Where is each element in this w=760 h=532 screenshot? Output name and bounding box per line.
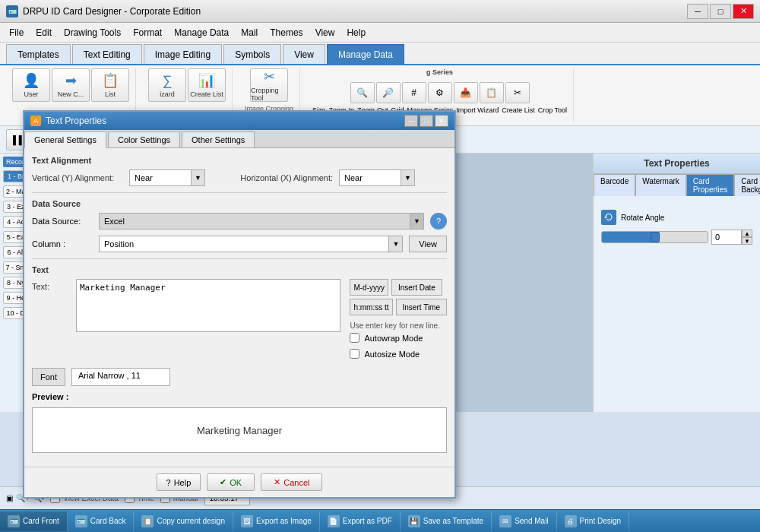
ok-check-icon: ✔ <box>220 477 226 487</box>
app-title: DRPU ID Card Designer - Corporate Editio… <box>23 6 201 17</box>
autowrap-row: Autowrap Mode <box>350 333 447 343</box>
manage-series-icon: ⚙ <box>435 87 444 98</box>
cancel-x-icon: ✕ <box>274 477 280 487</box>
horizontal-alignment-select[interactable]: Near ▼ <box>339 169 415 186</box>
taskbar-card-front[interactable]: 🪪 Card Front <box>0 511 68 531</box>
restore-btn[interactable]: □ <box>710 4 731 19</box>
datasource-label: Data Source: <box>32 217 93 226</box>
tab-general-settings[interactable]: General Settings <box>24 131 106 148</box>
taskbar-export-pdf[interactable]: 📄 Export as PDF <box>320 511 401 531</box>
preview-label: Preview : <box>32 392 447 401</box>
view-btn[interactable]: View <box>409 236 447 252</box>
taskbar-print-design[interactable]: 🖨 Print Design <box>557 511 629 531</box>
btn-create-list2[interactable]: 📋 <box>480 82 504 103</box>
preview-text: Marketing Manager <box>197 425 282 436</box>
insert-time-btn[interactable]: Insert Time <box>396 299 447 315</box>
right-panel-tabs: Barcode Watermark Card Properties Card B… <box>594 174 760 196</box>
menu-edit[interactable]: Edit <box>30 24 58 41</box>
date-row: M-d-yyyy Insert Date <box>350 279 447 296</box>
menu-manage-data[interactable]: Manage Data <box>168 24 235 41</box>
insert-date-btn[interactable]: Insert Date <box>391 279 442 296</box>
btn-list[interactable]: 📋 List <box>91 68 129 102</box>
card-back-icon: 🪪 <box>75 515 87 527</box>
dialog-cancel-btn[interactable]: ✕ Cancel <box>261 473 322 491</box>
vertical-alignment-select[interactable]: Near ▼ <box>129 169 205 186</box>
rotate-spin: ▲ ▼ <box>742 230 752 245</box>
dialog-ok-btn[interactable]: ✔ OK <box>207 473 255 491</box>
export-pdf-icon: 📄 <box>328 515 340 527</box>
rp-tab-card-background[interactable]: Card Background <box>734 174 760 196</box>
btn-new-card[interactable]: ➡ New C... <box>52 68 90 102</box>
menu-help[interactable]: Help <box>340 24 372 41</box>
btn-import-wizard[interactable]: 📥 <box>454 82 478 103</box>
minimize-btn[interactable]: ─ <box>687 4 708 19</box>
btn-create-list[interactable]: 📊 Create List <box>188 68 226 102</box>
btn-wizard[interactable]: ∑ izard <box>148 68 186 102</box>
datasource-select[interactable]: Excel ▼ <box>99 213 424 230</box>
vertical-alignment-value: Near <box>130 172 191 184</box>
menu-themes[interactable]: Themes <box>264 24 309 41</box>
tab-symbols[interactable]: Symbols <box>223 44 281 64</box>
column-dropdown[interactable]: Position ▼ <box>99 236 403 252</box>
taskbar-card-back[interactable]: 🪪 Card Back <box>68 511 135 531</box>
tab-image-editing[interactable]: Image Editing <box>144 44 222 64</box>
rotate-controls: Rotate Angle <box>601 210 752 225</box>
rotate-up[interactable]: ▲ <box>742 230 752 237</box>
tab-color-settings[interactable]: Color Settings <box>108 131 180 147</box>
rotate-value[interactable]: 0 <box>711 230 742 245</box>
btn-crop-tool[interactable]: ✂ <box>505 82 530 103</box>
btn-manage-series[interactable]: ⚙ <box>428 82 452 103</box>
horizontal-alignment-arrow[interactable]: ▼ <box>401 170 414 185</box>
vertical-alignment-row: Vertical (Y) Alignment: Near ▼ Horizonta… <box>32 169 447 186</box>
time-row: h:mm:ss tt Insert Time <box>350 299 447 315</box>
rp-tab-card-properties[interactable]: Card Properties <box>686 174 735 196</box>
menu-view[interactable]: View <box>309 24 341 41</box>
menu-mail[interactable]: Mail <box>235 24 264 41</box>
datasource-help-btn[interactable]: ? <box>430 213 447 230</box>
text-row: Text: Marketing Manager M-d-yyyy Insert … <box>32 279 447 362</box>
column-arrow[interactable]: ▼ <box>388 236 402 252</box>
btn-user[interactable]: 👤 User <box>12 68 50 102</box>
menu-file[interactable]: File <box>3 24 30 41</box>
menu-format[interactable]: Format <box>127 24 168 41</box>
rotate-slider[interactable] <box>601 231 708 243</box>
menu-drawing-tools[interactable]: Drawing Tools <box>58 24 127 41</box>
btn-cropping-tool[interactable]: ✂ Cropping Tool <box>250 68 288 102</box>
taskbar-copy-design[interactable]: 📋 Copy current design <box>134 511 233 531</box>
taskbar-save-template[interactable]: 💾 Save as Template <box>401 511 492 531</box>
tab-manage-data[interactable]: Manage Data <box>327 44 404 64</box>
close-btn[interactable]: ✕ <box>733 4 754 19</box>
text-input[interactable]: Marketing Manager <box>76 279 340 332</box>
crop-tool-icon: ✂ <box>514 87 521 98</box>
crop-icon: ✂ <box>264 68 275 85</box>
time-format-select[interactable]: h:mm:ss tt <box>350 299 392 315</box>
dialog-help-btn[interactable]: ? Help <box>157 473 201 491</box>
right-panel: Text Properties Barcode Watermark Card P… <box>593 154 760 412</box>
tab-text-editing[interactable]: Text Editing <box>72 44 142 64</box>
font-btn[interactable]: Font <box>32 368 65 386</box>
column-select-wrapper: Position ▼ <box>99 236 403 252</box>
date-format-select[interactable]: M-d-yyyy <box>350 279 388 296</box>
right-panel-content: Rotate Angle 0 ▲ ▼ <box>594 196 760 258</box>
btn-zoom-in[interactable]: 🔍 <box>350 82 375 103</box>
vertical-alignment-arrow[interactable]: ▼ <box>191 170 204 185</box>
tab-templates[interactable]: Templates <box>6 44 71 64</box>
autosize-checkbox[interactable] <box>350 349 359 359</box>
datasource-arrow[interactable]: ▼ <box>410 214 423 229</box>
taskbar-send-mail[interactable]: ✉ Send Mail <box>492 511 556 531</box>
dialog-close[interactable]: ✕ <box>435 115 448 127</box>
taskbar-export-image[interactable]: 🖼 Export as Image <box>233 511 320 531</box>
btn-zoom-out[interactable]: 🔎 <box>376 82 401 103</box>
dialog-minimize[interactable]: ─ <box>404 115 418 127</box>
btn-grid[interactable]: # <box>402 82 426 103</box>
copy-design-icon: 📋 <box>141 515 154 527</box>
font-row: Font Arial Narrow , 11 <box>32 368 447 386</box>
autowrap-checkbox[interactable] <box>350 333 359 343</box>
tab-view[interactable]: View <box>283 44 325 64</box>
rp-tab-barcode[interactable]: Barcode <box>594 174 635 196</box>
rp-tab-watermark[interactable]: Watermark <box>635 174 686 196</box>
rotate-down[interactable]: ▼ <box>742 237 752 245</box>
dialog-restore[interactable]: □ <box>420 115 433 127</box>
tab-other-settings[interactable]: Other Settings <box>182 131 255 147</box>
rotate-slider-thumb[interactable] <box>651 232 660 242</box>
